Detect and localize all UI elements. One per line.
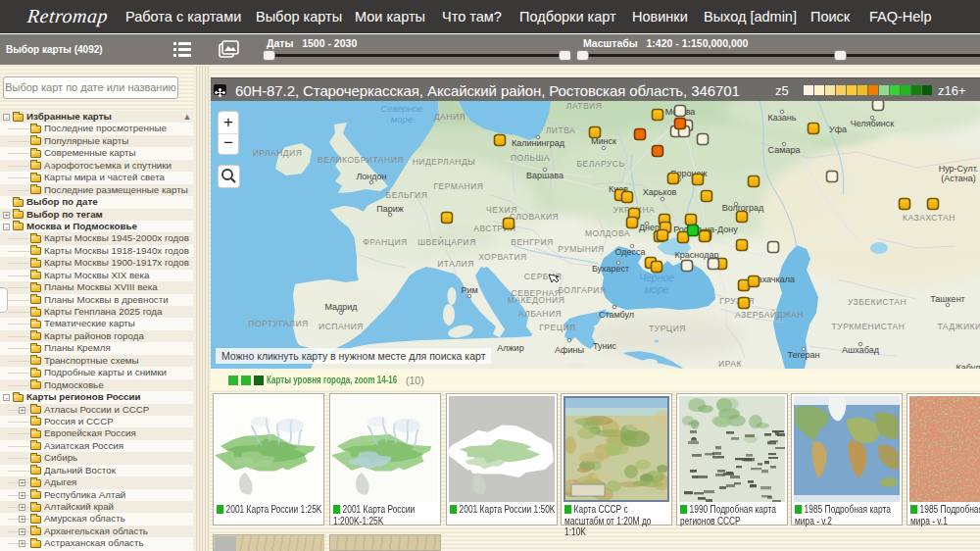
- svg-text:Афины: Афины: [555, 345, 584, 355]
- svg-text:Чёрное: Чёрное: [639, 272, 674, 283]
- svg-text:Мадрид: Мадрид: [324, 302, 358, 312]
- svg-text:ИТАЛИЯ: ИТАЛИЯ: [437, 259, 474, 269]
- svg-text:ПОРТУГАЛИЯ: ПОРТУГАЛИЯ: [248, 319, 308, 328]
- svg-text:Алжир: Алжир: [497, 343, 523, 353]
- svg-text:Тегеран: Тегеран: [787, 350, 819, 360]
- svg-text:АЗЕРБАЙДЖАН: АЗЕРБАЙДЖАН: [735, 309, 804, 320]
- svg-text:ВЕЛИКОБРИТАНИЯ: ВЕЛИКОБРИТАНИЯ: [318, 155, 404, 165]
- svg-text:ИРАК: ИРАК: [718, 359, 742, 369]
- svg-text:ШВЕЙЦАРИЯ: ШВЕЙЦАРИЯ: [417, 236, 476, 247]
- svg-text:Лондон: Лондон: [356, 172, 386, 181]
- svg-text:МАКЕДОНИЯ: МАКЕДОНИЯ: [508, 295, 565, 305]
- svg-text:МОЛДОВА: МОЛДОВА: [585, 228, 630, 238]
- svg-text:Ашхабад: Ашхабад: [842, 345, 880, 355]
- svg-text:Челябинск: Челябинск: [851, 119, 894, 128]
- svg-text:Уфа: Уфа: [829, 125, 847, 134]
- svg-text:(Астана): (Астана): [941, 174, 976, 183]
- svg-text:море: море: [645, 283, 669, 295]
- svg-text:Казань: Казань: [768, 113, 797, 123]
- svg-text:ТУРКМЕНИСТАН: ТУРКМЕНИСТАН: [832, 322, 906, 331]
- svg-text:ГЕРМАНИЯ: ГЕРМАНИЯ: [434, 181, 484, 191]
- svg-text:БЕЛЬГИЯ: БЕЛЬГИЯ: [386, 190, 428, 200]
- svg-text:ГРЕЦИЯ: ГРЕЦИЯ: [539, 323, 575, 332]
- svg-text:Стамбул: Стамбул: [599, 310, 634, 320]
- svg-text:Кабул: Кабул: [956, 363, 980, 369]
- svg-text:КАЗАХСТАН: КАЗАХСТАН: [903, 213, 956, 223]
- svg-text:ТУРЦИЯ: ТУРЦИЯ: [649, 324, 686, 333]
- svg-text:ПОЛЬША: ПОЛЬША: [511, 153, 550, 163]
- svg-text:ЛАТВИЯ: ЛАТВИЯ: [566, 101, 603, 111]
- svg-text:Харьков: Харьков: [643, 187, 677, 197]
- svg-text:Варшава: Варшава: [526, 171, 564, 180]
- svg-text:НИДЕРЛАНДЫ: НИДЕРЛАНДЫ: [413, 157, 476, 167]
- svg-text:Нур-Султ.: Нур-Султ.: [939, 164, 979, 174]
- svg-text:Калининград: Калининград: [512, 138, 565, 148]
- svg-text:море: море: [391, 114, 413, 125]
- svg-text:Ташкент: Ташкент: [930, 294, 964, 304]
- svg-text:РУМЫНИЯ: РУМЫНИЯ: [558, 244, 604, 254]
- svg-text:СЛОВАКИЯ: СЛОВАКИЯ: [510, 212, 559, 222]
- svg-text:ХОРВАТИЯ: ХОРВАТИЯ: [478, 252, 527, 262]
- svg-text:АЛБАНИЯ: АЛБАНИЯ: [518, 309, 562, 319]
- svg-text:ДАНИЯ: ДАНИЯ: [434, 112, 466, 122]
- svg-text:Северное: Северное: [380, 103, 422, 114]
- svg-text:ЛИТВА: ЛИТВА: [546, 125, 575, 135]
- svg-text:Рим: Рим: [461, 285, 477, 295]
- svg-text:ИРЛАНДИЯ: ИРЛАНДИЯ: [253, 148, 303, 158]
- svg-text:ФРАНЦИЯ: ФРАНЦИЯ: [363, 237, 407, 247]
- svg-text:БЕЛАРУСЬ: БЕЛАРУСЬ: [576, 159, 624, 169]
- svg-text:Самара: Самара: [768, 145, 801, 155]
- svg-text:ИСПАНИЯ: ИСПАНИЯ: [318, 322, 364, 331]
- svg-text:Париж: Париж: [376, 204, 404, 214]
- svg-text:УЗБЕКИСТАН: УЗБЕКИСТАН: [848, 297, 906, 307]
- svg-text:ТАДЖИКИ: ТАДЖИКИ: [937, 322, 980, 331]
- svg-text:ВЕНГРИЯ: ВЕНГРИЯ: [511, 237, 554, 247]
- svg-text:Тунис: Тунис: [593, 341, 616, 351]
- svg-text:БОЛГАРИЯ: БОЛГАРИЯ: [558, 285, 606, 295]
- svg-text:Одесса: Одесса: [614, 247, 645, 257]
- svg-text:Бухарест: Бухарест: [592, 264, 629, 274]
